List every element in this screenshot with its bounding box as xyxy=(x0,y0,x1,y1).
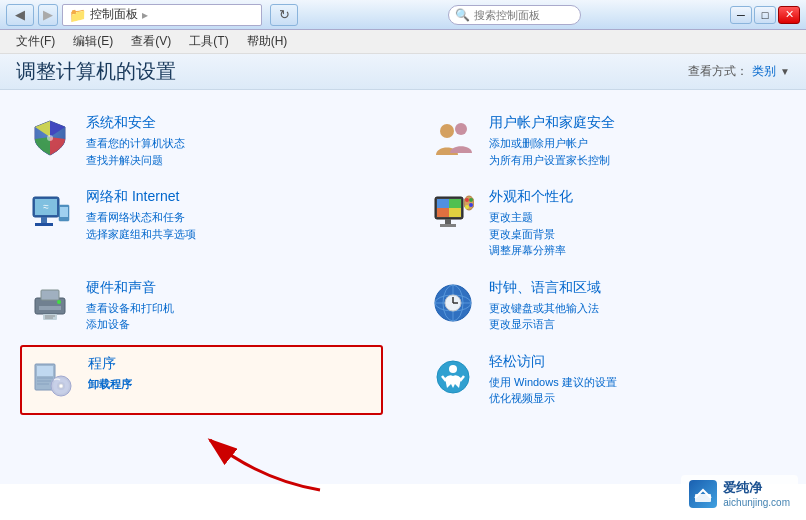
menu-view[interactable]: 查看(V) xyxy=(123,31,179,52)
page-title: 调整计算机的设置 xyxy=(16,58,176,85)
watermark-text: 爱纯净 aichunjing.com xyxy=(723,479,790,508)
svg-point-20 xyxy=(469,198,473,202)
refresh-button[interactable]: ↻ xyxy=(270,4,298,26)
category-security[interactable]: 系统和安全 查看您的计算机状态 查找并解决问题 xyxy=(20,106,383,176)
content-wrapper: 系统和安全 查看您的计算机状态 查找并解决问题 xyxy=(0,90,806,484)
network-name: 网络和 Internet xyxy=(86,188,377,206)
users-link-2[interactable]: 为所有用户设置家长控制 xyxy=(489,152,780,169)
content-grid: 系统和安全 查看您的计算机状态 查找并解决问题 xyxy=(0,90,806,431)
hardware-icon xyxy=(26,279,74,327)
watermark-icon xyxy=(689,480,717,508)
category-hardware[interactable]: 硬件和声音 查看设备和打印机 添加设备 xyxy=(20,271,383,341)
category-network[interactable]: ≈ 网络和 Internet 查看网络状态和任务 选择家庭组和共享选项 xyxy=(20,180,383,267)
menu-file[interactable]: 文件(F) xyxy=(8,31,63,52)
svg-point-47 xyxy=(449,365,457,373)
programs-text: 程序 卸载程序 xyxy=(88,355,375,393)
title-bar-left: ◀ ▶ 📁 控制面板 ▸ ↻ xyxy=(6,4,298,26)
watermark: 爱纯净 aichunjing.com xyxy=(681,475,798,512)
appearance-link-3[interactable]: 调整屏幕分辨率 xyxy=(489,242,780,259)
svg-point-19 xyxy=(465,198,469,202)
view-mode[interactable]: 查看方式： 类别 ▼ xyxy=(688,63,790,80)
hardware-name: 硬件和声音 xyxy=(86,279,377,297)
svg-point-1 xyxy=(440,124,454,138)
users-link-1[interactable]: 添加或删除用户帐户 xyxy=(489,135,780,152)
svg-rect-6 xyxy=(41,217,47,223)
security-link-1[interactable]: 查看您的计算机状态 xyxy=(86,135,377,152)
close-button[interactable]: ✕ xyxy=(778,6,800,24)
svg-text:≈: ≈ xyxy=(43,201,49,212)
svg-rect-14 xyxy=(437,208,449,217)
network-icon: ≈ xyxy=(26,188,74,236)
category-ease[interactable]: 轻松访问 使用 Windows 建议的设置 优化视频显示 xyxy=(423,345,786,415)
appearance-name: 外观和个性化 xyxy=(489,188,780,206)
svg-rect-12 xyxy=(437,199,449,208)
folder-icon: 📁 xyxy=(69,7,86,23)
svg-point-2 xyxy=(455,123,467,135)
maximize-button[interactable]: □ xyxy=(754,6,776,24)
security-link-2[interactable]: 查找并解决问题 xyxy=(86,152,377,169)
clock-link-1[interactable]: 更改键盘或其他输入法 xyxy=(489,300,780,317)
forward-button[interactable]: ▶ xyxy=(38,4,58,26)
window-controls: ─ □ ✕ xyxy=(730,6,800,24)
network-link-1[interactable]: 查看网络状态和任务 xyxy=(86,209,377,226)
ease-text: 轻松访问 使用 Windows 建议的设置 优化视频显示 xyxy=(489,353,780,407)
security-text: 系统和安全 查看您的计算机状态 查找并解决问题 xyxy=(86,114,377,168)
network-link-2[interactable]: 选择家庭组和共享选项 xyxy=(86,226,377,243)
security-icon xyxy=(26,114,74,162)
search-icon: 🔍 xyxy=(455,8,470,22)
appearance-icon xyxy=(429,188,477,236)
search-box[interactable]: 🔍 xyxy=(448,5,581,25)
category-programs[interactable]: 程序 卸载程序 xyxy=(20,345,383,415)
svg-rect-15 xyxy=(449,208,461,217)
network-text: 网络和 Internet 查看网络状态和任务 选择家庭组和共享选项 xyxy=(86,188,377,242)
menu-tools[interactable]: 工具(T) xyxy=(181,31,236,52)
ease-name: 轻松访问 xyxy=(489,353,780,371)
clock-text: 时钟、语言和区域 更改键盘或其他输入法 更改显示语言 xyxy=(489,279,780,333)
watermark-site: aichunjing.com xyxy=(723,497,790,508)
programs-link-1[interactable]: 卸载程序 xyxy=(88,376,375,393)
svg-point-21 xyxy=(469,203,473,207)
address-bar[interactable]: 📁 控制面板 ▸ xyxy=(62,4,262,26)
hardware-link-1[interactable]: 查看设备和打印机 xyxy=(86,300,377,317)
minimize-button[interactable]: ─ xyxy=(730,6,752,24)
menu-bar: 文件(F) 编辑(E) 查看(V) 工具(T) 帮助(H) xyxy=(0,30,806,54)
appearance-link-2[interactable]: 更改桌面背景 xyxy=(489,226,780,243)
svg-rect-9 xyxy=(60,207,68,217)
security-name: 系统和安全 xyxy=(86,114,377,132)
category-users[interactable]: 用户帐户和家庭安全 添加或删除用户帐户 为所有用户设置家长控制 xyxy=(423,106,786,176)
clock-icon xyxy=(429,279,477,327)
view-mode-chevron: ▼ xyxy=(780,66,790,77)
hardware-link-2[interactable]: 添加设备 xyxy=(86,316,377,333)
menu-edit[interactable]: 编辑(E) xyxy=(65,31,121,52)
menu-help[interactable]: 帮助(H) xyxy=(239,31,296,52)
arrow-annotation xyxy=(180,420,340,500)
users-name: 用户帐户和家庭安全 xyxy=(489,114,780,132)
svg-rect-39 xyxy=(37,366,53,376)
back-button[interactable]: ◀ xyxy=(6,4,34,26)
ease-link-1[interactable]: 使用 Windows 建议的设置 xyxy=(489,374,780,391)
search-input[interactable] xyxy=(474,9,574,21)
address-separator: ▸ xyxy=(142,8,148,22)
programs-icon xyxy=(28,355,76,403)
ease-link-2[interactable]: 优化视频显示 xyxy=(489,390,780,407)
category-clock[interactable]: 时钟、语言和区域 更改键盘或其他输入法 更改显示语言 xyxy=(423,271,786,341)
users-icon xyxy=(429,114,477,162)
clock-link-2[interactable]: 更改显示语言 xyxy=(489,316,780,333)
ease-icon xyxy=(429,353,477,401)
main-area: 调整计算机的设置 查看方式： 类别 ▼ xyxy=(0,54,806,484)
programs-name: 程序 xyxy=(88,355,375,373)
svg-point-29 xyxy=(57,300,61,304)
svg-point-45 xyxy=(59,384,63,388)
svg-rect-26 xyxy=(43,314,57,320)
svg-rect-24 xyxy=(39,306,61,310)
page-toolbar: 调整计算机的设置 查看方式： 类别 ▼ xyxy=(0,54,806,90)
svg-rect-25 xyxy=(41,290,59,300)
watermark-brand: 爱纯净 xyxy=(723,479,790,497)
appearance-text: 外观和个性化 更改主题 更改桌面背景 调整屏幕分辨率 xyxy=(489,188,780,259)
clock-name: 时钟、语言和区域 xyxy=(489,279,780,297)
title-bar: ◀ ▶ 📁 控制面板 ▸ ↻ 🔍 ─ □ xyxy=(0,0,806,30)
view-mode-value: 类别 xyxy=(752,63,776,80)
svg-rect-13 xyxy=(449,199,461,208)
appearance-link-1[interactable]: 更改主题 xyxy=(489,209,780,226)
category-appearance[interactable]: 外观和个性化 更改主题 更改桌面背景 调整屏幕分辨率 xyxy=(423,180,786,267)
